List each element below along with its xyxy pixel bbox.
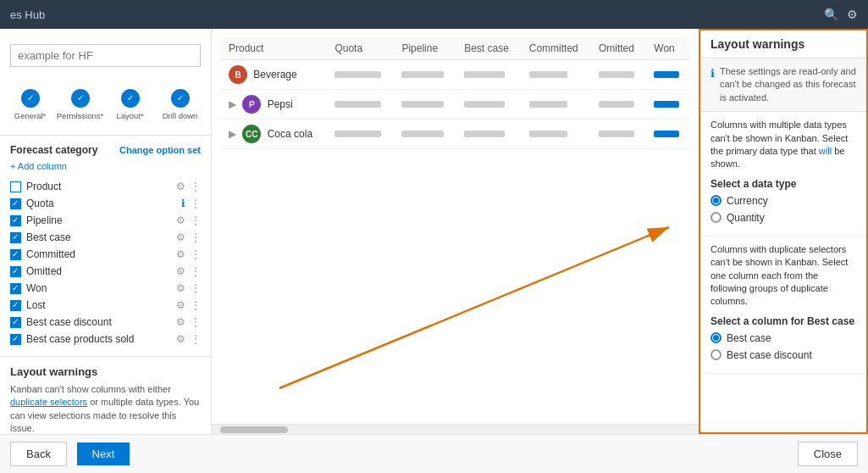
checkbox-quota[interactable]: [10, 198, 21, 209]
bar: [334, 101, 381, 108]
bar: [401, 71, 444, 78]
radio-bestcase[interactable]: Best case: [710, 332, 856, 344]
step-layout[interactable]: ✓ Layout*: [107, 89, 153, 120]
gear-icon-product[interactable]: ⚙: [176, 181, 185, 192]
col-header-product: Product: [220, 37, 326, 60]
checkbox-pipeline[interactable]: [10, 215, 21, 226]
rp-text-datatype: Columns with multiple data types can't b…: [710, 119, 856, 171]
cell-bestcase-beverage: [456, 60, 521, 90]
dots-icon-quota[interactable]: ⋮: [191, 198, 201, 209]
cell-won-cocacola: [645, 120, 690, 149]
radio-circle-currency[interactable]: [710, 195, 721, 206]
checkbox-lost[interactable]: [10, 300, 21, 311]
checkbox-committed[interactable]: [10, 249, 21, 260]
right-panel: Layout warnings ℹ These settings are rea…: [699, 29, 868, 434]
layout-warnings-bottom-title: Layout warnings: [10, 365, 201, 378]
dots-icon-bestcase[interactable]: ⋮: [191, 231, 201, 243]
rp-text-duplicate: Columns with duplicate selectors can't b…: [710, 243, 856, 309]
dots-icon-omitted[interactable]: ⋮: [191, 265, 201, 277]
avatar-beverage: B: [229, 65, 247, 84]
dots-icon-product[interactable]: ⋮: [191, 181, 201, 192]
cell-pipeline-cocacola: [393, 120, 456, 149]
gear-icon-bestcase-discount[interactable]: ⚙: [176, 316, 185, 328]
checkbox-omitted[interactable]: [10, 266, 21, 277]
readonly-notice: ℹ These settings are read-only and can't…: [700, 58, 866, 112]
duplicate-selectors-link[interactable]: duplicate selectors: [10, 397, 87, 407]
step-drilldown[interactable]: ✓ Drill down: [157, 89, 203, 120]
step-label-layout: Layout*: [116, 111, 143, 120]
bar: [401, 131, 444, 137]
checkbox-bestcase-discount[interactable]: [10, 317, 21, 328]
col-header-pipeline: Pipeline: [393, 37, 456, 60]
search-icon[interactable]: 🔍: [824, 8, 838, 21]
cell-committed-cocacola: [521, 120, 590, 149]
gear-icon-omitted[interactable]: ⚙: [176, 265, 185, 277]
checkbox-bestcase-products[interactable]: [10, 334, 21, 345]
bottom-bar: Back Next Close: [0, 434, 868, 473]
cell-pipeline-pepsi: [393, 90, 456, 120]
checkbox-won[interactable]: [10, 283, 21, 294]
cell-bestcase-cocacola: [456, 120, 521, 149]
step-label-permissions: Permissions*: [57, 111, 103, 120]
step-permissions[interactable]: ✓ Permissions*: [57, 89, 103, 120]
category-item-bestcase-discount: Best case discount ⚙ ⋮: [10, 314, 201, 331]
add-column-button[interactable]: + Add column: [10, 161, 201, 171]
dots-icon-pipeline[interactable]: ⋮: [191, 214, 201, 226]
layout-warnings-bottom: Layout warnings Kanban can't show column…: [0, 356, 211, 434]
category-title: Forecast category: [10, 144, 97, 156]
col-header-omitted: Omitted: [590, 37, 645, 60]
checkbox-bestcase[interactable]: [10, 232, 21, 243]
dots-icon-won[interactable]: ⋮: [191, 282, 201, 294]
select-bestcase-label: Select a column for Best case: [710, 315, 856, 327]
bar: [599, 71, 634, 78]
cell-bestcase-pepsi: [456, 90, 521, 120]
radio-circle-bestcase[interactable]: [710, 332, 721, 343]
category-item-product: Product ⚙ ⋮: [10, 178, 201, 195]
change-option-link[interactable]: Change option set: [119, 145, 201, 155]
radio-circle-quantity[interactable]: [710, 212, 721, 223]
radio-quantity[interactable]: Quantity: [710, 212, 856, 224]
gear-icon-won[interactable]: ⚙: [176, 282, 185, 294]
expand-icon-pepsi[interactable]: ▶: [229, 98, 236, 110]
layout-warnings-bottom-desc: Kanban can't show columns with either du…: [10, 383, 201, 434]
table-row: ▶ P Pepsi: [220, 90, 690, 120]
checkbox-product[interactable]: [10, 181, 21, 192]
bar: [529, 101, 567, 108]
radio-currency[interactable]: Currency: [710, 195, 856, 207]
horizontal-scrollbar[interactable]: [212, 424, 699, 434]
gear-icon-committed[interactable]: ⚙: [176, 248, 185, 260]
radio-bestcase-discount[interactable]: Best case discount: [710, 349, 856, 361]
category-item-bestcase-products: Best case products sold ⚙ ⋮: [10, 331, 201, 348]
step-general[interactable]: ✓ General*: [7, 89, 53, 120]
gear-icon-bestcase-products[interactable]: ⚙: [176, 333, 185, 345]
gear-icon-bestcase[interactable]: ⚙: [176, 231, 185, 243]
info-icon-quota[interactable]: ℹ: [181, 198, 185, 209]
top-bar: es Hub 🔍 ⚙: [0, 0, 868, 29]
right-panel-header: Layout warnings: [700, 31, 866, 58]
app-container: es Hub 🔍 ⚙ ✓ General* ✓ Permissions*: [0, 0, 868, 473]
scrollbar-thumb[interactable]: [220, 426, 288, 433]
back-button[interactable]: Back: [10, 442, 67, 466]
next-button[interactable]: Next: [77, 442, 130, 465]
category-name-product: Product: [26, 181, 61, 192]
search-bar: [0, 37, 211, 74]
dots-icon-lost[interactable]: ⋮: [191, 299, 201, 311]
search-input[interactable]: [10, 44, 201, 67]
close-button[interactable]: Close: [798, 442, 858, 466]
col-header-won: Won: [645, 37, 690, 60]
radio-circle-bestcase-discount[interactable]: [710, 349, 721, 360]
dots-icon-committed[interactable]: ⋮: [191, 248, 201, 260]
category-name-lost: Lost: [26, 299, 46, 311]
gear-icon-lost[interactable]: ⚙: [176, 299, 185, 311]
dots-icon-bestcase-products[interactable]: ⋮: [191, 333, 201, 345]
dots-icon-bestcase-discount[interactable]: ⋮: [191, 316, 201, 328]
rp-section-duplicate: Columns with duplicate selectors can't b…: [700, 236, 866, 374]
radio-label-currency: Currency: [727, 195, 768, 207]
settings-icon[interactable]: ⚙: [847, 8, 858, 21]
radio-label-bestcase-discount: Best case discount: [727, 349, 812, 361]
bar: [529, 131, 567, 137]
cell-omitted-pepsi: [590, 90, 645, 120]
gear-icon-pipeline[interactable]: ⚙: [176, 214, 185, 226]
expand-icon-cocacola[interactable]: ▶: [229, 128, 236, 140]
avatar-cocacola: CC: [242, 125, 261, 143]
